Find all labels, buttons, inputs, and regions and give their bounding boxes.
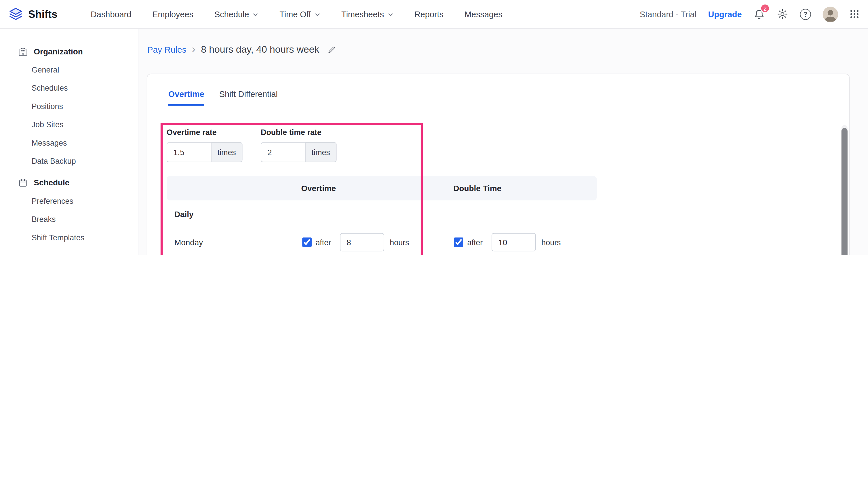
chevron-down-icon: [387, 11, 394, 18]
plan-label: Standard - Trial: [640, 9, 696, 19]
section-header-employee: Employee: [0, 250, 138, 255]
double-time-rate-unit: times: [305, 142, 337, 162]
sidebar-item-schedule-preferences[interactable]: Preferences: [0, 192, 138, 210]
sidebar-section-organization: Organization General Schedules Positions…: [0, 42, 138, 170]
top-navbar: Shifts Dashboard Employees Schedule Time…: [0, 0, 868, 29]
day-label: Monday: [174, 238, 203, 247]
sidebar-item-messages[interactable]: Messages: [0, 134, 138, 152]
organization-icon: [18, 47, 28, 56]
sidebar-item-positions[interactable]: Positions: [0, 97, 138, 116]
avatar-image: [822, 6, 838, 22]
sidebar-item-shift-templates[interactable]: Shift Templates: [0, 229, 138, 247]
settings-button[interactable]: [777, 8, 788, 20]
nav-employees-label: Employees: [152, 9, 194, 19]
settings-sidebar: Organization General Schedules Positions…: [0, 29, 139, 255]
double-time-rate-group: Double time rate times: [261, 128, 337, 162]
hours-label: hours: [541, 238, 561, 247]
tab-shift-differential[interactable]: Shift Differential: [219, 89, 278, 106]
breadcrumb-chevron-icon: ›: [192, 44, 195, 54]
table-row: Monday after hours after hours: [167, 228, 597, 255]
sidebar-section-schedule: Schedule Preferences Breaks Shift Templa…: [0, 173, 138, 247]
overtime-rate-group: Overtime rate times: [167, 128, 242, 162]
gear-icon: [777, 8, 788, 20]
nav-reports[interactable]: Reports: [414, 9, 443, 19]
section-title: Schedule: [34, 178, 69, 187]
overtime-checkbox[interactable]: [302, 237, 312, 247]
overtime-rate-input[interactable]: [167, 142, 211, 162]
help-button[interactable]: ?: [800, 9, 811, 20]
shifts-logo-icon[interactable]: [8, 7, 23, 22]
overtime-rate-unit: times: [211, 142, 242, 162]
sidebar-item-data-backup[interactable]: Data Backup: [0, 152, 138, 170]
nav-messages[interactable]: Messages: [464, 9, 502, 19]
overtime-cell: after hours: [302, 228, 409, 255]
pay-rule-card: Overtime Shift Differential Overtime rat…: [147, 74, 850, 255]
nav-timesheets-label: Timesheets: [341, 9, 384, 19]
scrollbar-track[interactable]: [841, 125, 847, 255]
nav-timesheets[interactable]: Timesheets: [341, 9, 394, 19]
apps-grid-icon: [850, 9, 859, 19]
nav-dashboard[interactable]: Dashboard: [91, 9, 131, 19]
table-header: Overtime Double Time: [167, 176, 597, 201]
app-name: Shifts: [28, 8, 58, 20]
page-title: 8 hours day, 40 hours week: [201, 44, 319, 55]
edit-icon[interactable]: [327, 45, 336, 54]
nav-time-off[interactable]: Time Off: [280, 9, 320, 19]
section-title: Employee: [34, 255, 72, 255]
column-double-time: Double Time: [453, 184, 501, 193]
breadcrumb-pay-rules-link[interactable]: Pay Rules: [147, 45, 186, 55]
group-daily-label: Daily: [167, 200, 597, 228]
sidebar-section-employee: Employee Access Levels Skills: [0, 250, 138, 255]
double-time-checkbox[interactable]: [454, 237, 463, 247]
nav-reports-label: Reports: [414, 9, 443, 19]
rates-section: Overtime rate times Double time rate tim…: [167, 128, 337, 162]
section-header-organization: Organization: [0, 42, 138, 61]
hours-label: hours: [390, 238, 409, 247]
pay-rules-table: Overtime Double Time Daily Monday after …: [167, 176, 597, 255]
overtime-hours-input[interactable]: [340, 233, 384, 251]
tab-overtime[interactable]: Overtime: [168, 89, 204, 106]
section-header-schedule: Schedule: [0, 173, 138, 192]
scrollbar-thumb[interactable]: [841, 128, 847, 255]
section-title: Organization: [34, 47, 83, 56]
question-icon: ?: [803, 10, 808, 18]
column-overtime: Overtime: [301, 184, 336, 193]
breadcrumb: Pay Rules › 8 hours day, 40 hours week: [147, 44, 336, 55]
notification-badge: 2: [760, 3, 770, 13]
shifts-app: Shifts Dashboard Employees Schedule Time…: [0, 0, 868, 255]
overtime-rate-label: Overtime rate: [167, 128, 242, 137]
main-content: Pay Rules › 8 hours day, 40 hours week O…: [139, 29, 868, 255]
nav-schedule[interactable]: Schedule: [214, 9, 258, 19]
double-time-rate-input[interactable]: [261, 142, 305, 162]
double-time-cell: after hours: [454, 228, 561, 255]
after-label: after: [315, 238, 331, 247]
double-time-rate-label: Double time rate: [261, 128, 337, 137]
double-time-hours-input[interactable]: [492, 233, 536, 251]
sidebar-item-general[interactable]: General: [0, 61, 138, 79]
chevron-down-icon: [314, 11, 320, 18]
navbar-right: Standard - Trial Upgrade 2 ?: [640, 6, 859, 22]
calendar-icon: [18, 178, 28, 187]
tab-bar: Overtime Shift Differential: [168, 89, 278, 106]
main-nav: Dashboard Employees Schedule Time Off Ti…: [91, 9, 502, 19]
nav-schedule-label: Schedule: [214, 9, 249, 19]
nav-time-off-label: Time Off: [280, 9, 311, 19]
chevron-down-icon: [252, 11, 258, 18]
upgrade-link[interactable]: Upgrade: [708, 9, 742, 19]
sidebar-item-schedules[interactable]: Schedules: [0, 79, 138, 97]
sidebar-item-breaks[interactable]: Breaks: [0, 210, 138, 229]
nav-employees[interactable]: Employees: [152, 9, 194, 19]
after-label: after: [467, 238, 483, 247]
user-avatar[interactable]: [822, 6, 838, 22]
sidebar-item-job-sites[interactable]: Job Sites: [0, 116, 138, 134]
apps-grid-button[interactable]: [850, 9, 859, 19]
people-icon: [18, 254, 28, 255]
notifications-button[interactable]: 2: [753, 8, 765, 20]
nav-messages-label: Messages: [464, 9, 502, 19]
nav-dashboard-label: Dashboard: [91, 9, 131, 19]
